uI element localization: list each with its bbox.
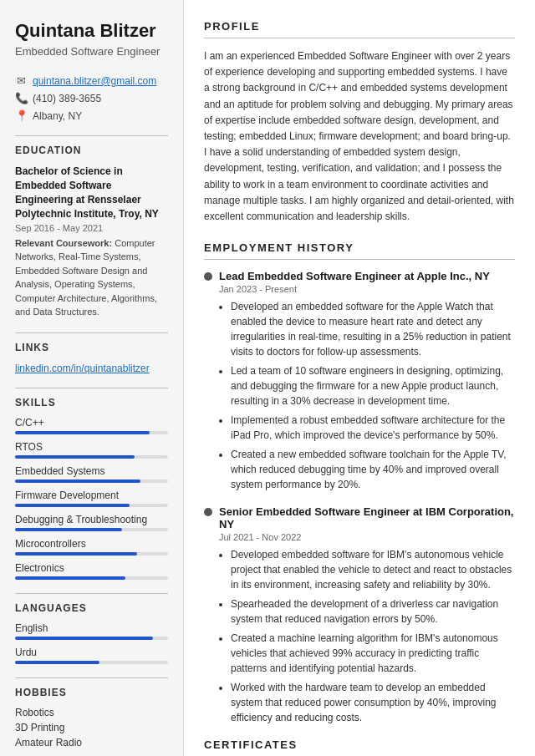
skill-bar-fill (15, 576, 125, 580)
contact-location: 📍 Albany, NY (15, 109, 168, 122)
skill-item: C/C++ (15, 417, 168, 434)
language-bar-bg (15, 661, 168, 664)
skill-item: Firmware Development (15, 490, 168, 507)
contact-phone: 📞 (410) 389-3655 (15, 92, 168, 104)
email-link[interactable]: quintana.blitzer@gmail.com (33, 75, 156, 87)
phone-text: (410) 389-3655 (33, 93, 101, 104)
job-block: Senior Embedded Software Engineer at IBM… (204, 505, 515, 725)
links-divider (15, 332, 168, 333)
skill-bar-bg (15, 528, 168, 531)
skill-name: Firmware Development (15, 490, 168, 501)
hobby-item: Robotics (15, 707, 168, 718)
job-header: Senior Embedded Software Engineer at IBM… (204, 505, 515, 530)
job-bullets: Developed an embedded software for the A… (219, 299, 515, 492)
job-bullet: Spearheaded the development of a driverl… (231, 596, 515, 627)
certificates-section-title: Certificates (204, 738, 515, 751)
skill-bar-fill (15, 479, 140, 483)
sidebar: Quintana Blitzer Embedded Software Engin… (0, 0, 184, 756)
skill-item: Electronics (15, 562, 168, 580)
job-title: Lead Embedded Software Engineer at Apple… (219, 270, 490, 282)
skill-item: Embedded Systems (15, 465, 168, 483)
job-bullets: Developed embedded software for IBM's au… (219, 547, 515, 725)
hobbies-divider (15, 677, 168, 678)
languages-section-title: Languages (15, 602, 168, 614)
skill-bar-fill (15, 455, 135, 459)
language-bar-fill (15, 637, 153, 640)
hobby-item: 3D Printing (15, 722, 168, 733)
location-text: Albany, NY (33, 110, 82, 122)
language-item: English (15, 622, 168, 640)
job-bullet: Led a team of 10 software engineers in d… (231, 363, 515, 408)
job-header: Lead Embedded Software Engineer at Apple… (204, 270, 515, 282)
skill-bar-fill (15, 528, 122, 531)
skills-list: C/C++ RTOS Embedded Systems Firmware Dev… (15, 417, 168, 580)
skill-bar-bg (15, 455, 168, 459)
phone-icon: 📞 (15, 92, 27, 104)
profile-text: I am an experienced Embedded Software En… (204, 48, 515, 225)
skill-name: Debugging & Troubleshooting (15, 514, 168, 525)
skills-section-title: Skills (15, 397, 168, 408)
job-bullet: Implemented a robust embedded software a… (231, 413, 515, 443)
hobbies-list: Robotics3D PrintingAmateur Radio (15, 707, 168, 748)
job-title: Senior Embedded Software Engineer at IBM… (219, 505, 515, 530)
main-content: Profile I am an experienced Embedded Sof… (184, 0, 535, 756)
skill-bar-fill (15, 504, 130, 507)
sidebar-title: Embedded Software Engineer (15, 45, 168, 58)
skill-item: RTOS (15, 441, 168, 459)
job-dot (204, 508, 212, 516)
sidebar-name: Quintana Blitzer (15, 20, 168, 42)
job-bullet: Developed an embedded software for the A… (231, 299, 515, 359)
job-bullet: Created a new embedded software toolchai… (231, 447, 515, 492)
skill-bar-bg (15, 576, 168, 580)
job-bullet: Created a machine learning algorithm for… (231, 631, 515, 676)
language-item: Urdu (15, 647, 168, 664)
skill-name: Electronics (15, 562, 168, 574)
location-icon: 📍 (15, 109, 27, 122)
language-bar-fill (15, 661, 99, 664)
job-bullet: Developed embedded software for IBM's au… (231, 547, 515, 592)
skill-bar-bg (15, 479, 168, 483)
employment-section-title: Employment History (204, 241, 515, 254)
email-icon: ✉ (15, 74, 27, 87)
coursework-label: Relevant Coursework: (15, 238, 112, 248)
coursework-text: Computer Networks, Real-Time Systems, Em… (15, 238, 157, 317)
education-divider (15, 135, 168, 136)
skills-divider (15, 388, 168, 388)
skill-name: RTOS (15, 441, 168, 453)
contact-email: ✉ quintana.blitzer@gmail.com (15, 74, 168, 87)
skill-bar-bg (15, 504, 168, 507)
job-dot (204, 272, 212, 281)
edu-date: Sep 2016 - May 2021 (15, 223, 168, 233)
employment-divider (204, 259, 515, 260)
skill-name: C/C++ (15, 417, 168, 429)
hobbies-section-title: Hobbies (15, 687, 168, 698)
linkedin-link[interactable]: linkedin.com/in/quintanablitzer (15, 363, 150, 374)
links-section-title: Links (15, 342, 168, 353)
skill-name: Microcontrollers (15, 538, 168, 550)
skill-bar-bg (15, 552, 168, 556)
edu-coursework: Relevant Coursework: Computer Networks, … (15, 236, 168, 319)
languages-divider (15, 593, 168, 594)
skill-name: Embedded Systems (15, 465, 168, 477)
job-bullet: Worked with the hardware team to develop… (231, 680, 515, 725)
profile-divider (204, 38, 515, 38)
job-date: Jul 2021 - Nov 2022 (219, 532, 515, 542)
skill-item: Debugging & Troubleshooting (15, 514, 168, 531)
profile-section-title: Profile (204, 20, 515, 33)
linkedin-link-container: linkedin.com/in/quintanablitzer (15, 362, 168, 374)
job-date: Jan 2023 - Present (219, 284, 515, 294)
language-bar-bg (15, 637, 168, 640)
skill-item: Microcontrollers (15, 538, 168, 556)
skill-bar-fill (15, 431, 150, 434)
hobby-item: Amateur Radio (15, 737, 168, 748)
language-name: Urdu (15, 647, 168, 658)
skill-bar-fill (15, 552, 137, 556)
education-section-title: Education (15, 145, 168, 156)
skill-bar-bg (15, 431, 168, 434)
language-name: English (15, 622, 168, 634)
job-block: Lead Embedded Software Engineer at Apple… (204, 270, 515, 492)
edu-degree: Bachelor of Science in Embedded Software… (15, 165, 168, 221)
jobs-list: Lead Embedded Software Engineer at Apple… (204, 270, 515, 725)
languages-list: English Urdu (15, 622, 168, 664)
